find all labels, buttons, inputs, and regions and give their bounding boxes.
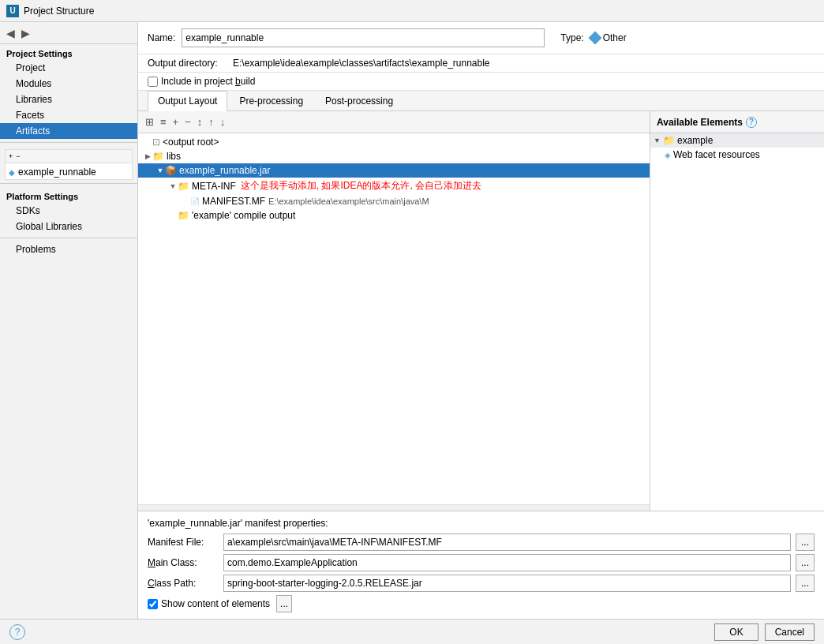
- include-row: Include in project build: [138, 73, 824, 91]
- title-bar: U Project Structure: [0, 0, 824, 22]
- manifest-file-row: Manifest File: ...: [148, 534, 815, 551]
- tree-item-compile-output[interactable]: 📁 'example' compile output: [138, 208, 650, 223]
- class-path-browse-btn[interactable]: ...: [796, 575, 815, 592]
- sidebar-divider-1: [0, 142, 137, 143]
- available-group-folder-icon: 📁: [663, 135, 675, 146]
- show-content-options-btn[interactable]: ...: [276, 595, 292, 612]
- meta-inf-folder-icon: 📁: [178, 181, 189, 192]
- show-content-label: Show content of elements: [161, 598, 270, 609]
- output-root-label: <output root>: [163, 137, 219, 148]
- split-pane: ⊞ ≡ + − ↕ ↑ ↓ ⊡ <output root>: [138, 111, 824, 511]
- sidebar-toolbar-remove[interactable]: −: [16, 152, 20, 160]
- sidebar-item-artifacts[interactable]: Artifacts: [0, 123, 137, 139]
- tree-item-meta-inf[interactable]: ▼ 📁 META-INF 这个是我手动添加, 如果IDEA的版本允许, 会自己添…: [138, 178, 650, 194]
- example-jar-label: example_runnable.jar: [179, 165, 270, 176]
- include-build-checkbox[interactable]: [148, 77, 158, 87]
- class-path-row: Class Path: ...: [148, 575, 815, 592]
- tree-item-libs[interactable]: ▶ 📁 libs: [138, 149, 650, 163]
- window-title: Project Structure: [24, 6, 94, 17]
- main-class-browse-btn[interactable]: ...: [796, 554, 815, 571]
- available-help-btn[interactable]: ?: [746, 117, 757, 128]
- tabs-row: Output Layout Pre-processing Post-proces…: [138, 91, 824, 111]
- sidebar-item-problems[interactable]: Problems: [0, 242, 137, 257]
- manifest-file-browse-btn[interactable]: ...: [796, 534, 815, 551]
- output-dir-label: Output directory:: [148, 58, 227, 69]
- ok-btn[interactable]: OK: [714, 623, 758, 641]
- content-area: Name: Type: Other Output directory: E:\e…: [138, 22, 824, 619]
- compile-output-icon: 📁: [178, 210, 189, 221]
- type-value: Other: [590, 32, 627, 43]
- sidebar-item-global-libraries[interactable]: Global Libraries: [0, 219, 137, 234]
- tree-btn-expand[interactable]: ⊞: [143, 115, 156, 129]
- tree-item-output-root[interactable]: ⊡ <output root>: [138, 135, 650, 149]
- type-text: Other: [603, 32, 627, 43]
- show-content-checkbox[interactable]: [148, 599, 158, 609]
- main-class-row: Main Class: ...: [148, 554, 815, 571]
- tree-toggle-libs[interactable]: ▶: [143, 152, 152, 160]
- sidebar-item-libraries[interactable]: Libraries: [0, 92, 137, 107]
- sidebar-item-facets[interactable]: Facets: [0, 107, 137, 123]
- sidebar-forward-btn[interactable]: ▶: [20, 27, 32, 39]
- libs-label: libs: [167, 151, 181, 162]
- available-content: ▼ 📁 example ◈ Web facet resources: [650, 133, 824, 511]
- tree-btn-remove[interactable]: −: [182, 115, 193, 129]
- tree-btn-up[interactable]: ↑: [206, 115, 216, 129]
- tree-toggle-example-jar[interactable]: ▼: [155, 167, 165, 174]
- tab-post-processing[interactable]: Post-processing: [315, 91, 403, 110]
- tree-scrollbar[interactable]: [138, 504, 650, 511]
- available-header: Available Elements ?: [650, 111, 824, 133]
- web-facet-icon: ◈: [665, 151, 671, 159]
- tree-pane: ⊞ ≡ + − ↕ ↑ ↓ ⊡ <output root>: [138, 111, 650, 511]
- tree-content: ⊡ <output root> ▶ 📁 libs ▼ 📦 example_run…: [138, 133, 650, 504]
- sidebar-item-modules[interactable]: Modules: [0, 76, 137, 92]
- tree-toolbar: ⊞ ≡ + − ↕ ↑ ↓: [138, 111, 650, 133]
- tree-btn-sort[interactable]: ↕: [195, 115, 205, 129]
- platform-settings-header: Platform Settings: [0, 187, 137, 203]
- sidebar-divider-2: [0, 183, 137, 184]
- manifest-section: 'example_runnable.jar' manifest properti…: [138, 511, 824, 619]
- class-path-input[interactable]: [223, 575, 791, 592]
- manifest-mf-label: MANIFEST.MF: [202, 196, 265, 207]
- artifact-diamond-icon: ◆: [9, 168, 15, 177]
- available-item-web-facet[interactable]: ◈ Web facet resources: [650, 148, 824, 162]
- tree-item-example-jar[interactable]: ▼ 📦 example_runnable.jar: [138, 163, 650, 178]
- meta-inf-label: META-INF: [192, 181, 236, 192]
- sidebar-item-sdks[interactable]: SDKs: [0, 203, 137, 219]
- tab-output-layout[interactable]: Output Layout: [148, 91, 227, 111]
- name-label: Name:: [148, 32, 175, 43]
- sidebar-item-project[interactable]: Project: [0, 60, 137, 76]
- sidebar-toolbar-add[interactable]: +: [9, 152, 13, 160]
- manifest-mf-path: E:\example\idea\example\src\main\java\M: [268, 197, 429, 206]
- output-root-icon: ⊡: [152, 137, 160, 148]
- main-class-label: Main Class:: [148, 557, 219, 568]
- help-btn[interactable]: ?: [9, 624, 25, 640]
- name-input[interactable]: [182, 28, 545, 47]
- tree-toggle-meta-inf[interactable]: ▼: [168, 182, 178, 190]
- cancel-btn[interactable]: Cancel: [765, 623, 815, 641]
- show-content-row: Show content of elements ...: [148, 595, 815, 612]
- main-class-input[interactable]: [223, 554, 791, 571]
- bottom-bar: ? OK Cancel: [0, 619, 824, 644]
- main-container: ◀ ▶ Project Settings Project Modules Lib…: [0, 22, 824, 619]
- available-pane: Available Elements ? ▼ 📁 example ◈ Web f…: [650, 111, 824, 511]
- tree-btn-add[interactable]: +: [170, 115, 182, 129]
- artifact-item-label: example_runnable: [18, 167, 96, 178]
- app-icon: U: [6, 5, 19, 17]
- manifest-icon: 📄: [190, 197, 200, 206]
- available-group-example[interactable]: ▼ 📁 example: [650, 133, 824, 148]
- available-group-toggle: ▼: [654, 137, 663, 144]
- output-dir-value: E:\example\idea\example\classes\artifact…: [233, 58, 815, 69]
- tree-btn-list[interactable]: ≡: [158, 115, 169, 129]
- jar-icon: 📦: [165, 165, 177, 176]
- tab-pre-processing[interactable]: Pre-processing: [229, 91, 313, 110]
- name-type-row: Name: Type: Other: [138, 22, 824, 54]
- sidebar-back-btn[interactable]: ◀: [5, 27, 17, 39]
- tree-btn-down[interactable]: ↓: [218, 115, 228, 129]
- class-path-label: Class Path:: [148, 578, 219, 589]
- type-diamond-icon: [588, 32, 601, 45]
- tree-item-manifest-mf[interactable]: 📄 MANIFEST.MF E:\example\idea\example\sr…: [138, 194, 650, 208]
- artifact-item[interactable]: ◆ example_runnable: [5, 163, 133, 180]
- output-dir-row: Output directory: E:\example\idea\exampl…: [138, 54, 824, 73]
- bottom-right: OK Cancel: [714, 623, 815, 641]
- manifest-file-input[interactable]: [223, 534, 791, 551]
